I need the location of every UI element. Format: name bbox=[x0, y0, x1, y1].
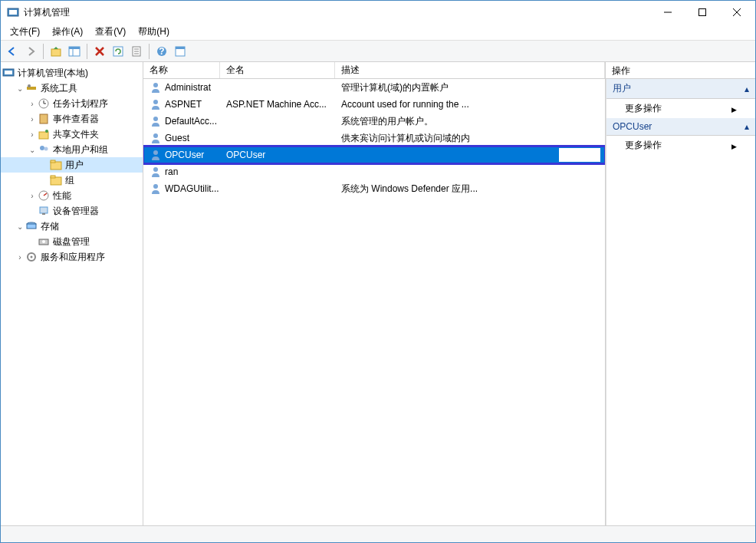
minimize-button[interactable] bbox=[650, 2, 685, 23]
tree-label: 共享文件夹 bbox=[53, 128, 99, 141]
chevron-right-icon[interactable]: › bbox=[27, 100, 38, 108]
user-row-ran[interactable]: ran bbox=[143, 163, 605, 180]
user-icon bbox=[150, 81, 162, 94]
collapse-icon[interactable] bbox=[744, 84, 749, 94]
forward-button[interactable] bbox=[22, 43, 39, 60]
title-bar: 计算机管理 bbox=[1, 1, 755, 24]
toolbar-separator bbox=[87, 44, 87, 59]
column-description[interactable]: 描述 bbox=[335, 62, 605, 78]
user-row-OPCUser[interactable]: OPCUserOPCUser bbox=[143, 146, 605, 163]
svg-rect-32 bbox=[51, 160, 55, 163]
tree-node-磁盘管理[interactable]: 磁盘管理 bbox=[1, 234, 143, 249]
cell-description: 系统为 Windows Defender 应用... bbox=[335, 183, 605, 196]
status-bar bbox=[1, 525, 755, 542]
action-item-更多操作[interactable]: 更多操作 bbox=[606, 99, 755, 118]
services-icon bbox=[25, 251, 38, 263]
tree-label: 本地用户和组 bbox=[53, 143, 108, 156]
chevron-right-icon[interactable]: › bbox=[27, 130, 38, 139]
tree-node-事件查看器[interactable]: ›事件查看器 bbox=[1, 111, 143, 127]
properties-button[interactable] bbox=[172, 43, 189, 60]
disk-icon bbox=[38, 235, 50, 248]
svg-point-29 bbox=[40, 146, 44, 150]
chevron-right-icon[interactable]: › bbox=[15, 253, 25, 262]
export-button[interactable] bbox=[128, 43, 145, 60]
menu-help[interactable]: 帮助(H) bbox=[132, 24, 176, 40]
delete-button[interactable] bbox=[91, 43, 108, 60]
device-icon bbox=[38, 205, 50, 217]
chevron-down-icon[interactable]: ⌄ bbox=[15, 222, 25, 231]
user-row-WDAGUtilit...[interactable]: WDAGUtilit...系统为 Windows Defender 应用... bbox=[143, 180, 605, 197]
action-group-用户[interactable]: 用户 bbox=[606, 79, 755, 99]
list-header: 名称 全名 描述 bbox=[143, 62, 605, 79]
svg-rect-3 bbox=[698, 9, 705, 16]
tree-node-设备管理器[interactable]: 设备管理器 bbox=[1, 203, 143, 219]
tools-icon bbox=[25, 82, 38, 94]
tree-node-用户[interactable]: 用户 bbox=[1, 157, 143, 173]
tree-label: 磁盘管理 bbox=[53, 235, 90, 248]
user-row-Guest[interactable]: Guest供来宾访问计算机或访问域的内 bbox=[143, 130, 605, 146]
chevron-down-icon[interactable]: ⌄ bbox=[15, 84, 25, 93]
cell-description: 系统管理的用户帐户。 bbox=[335, 115, 605, 128]
svg-point-50 bbox=[153, 167, 158, 172]
svg-rect-10 bbox=[113, 47, 123, 56]
action-group-OPCUser[interactable]: OPCUser bbox=[606, 118, 755, 136]
tree-node-组[interactable]: 组 bbox=[1, 173, 143, 188]
svg-point-22 bbox=[28, 84, 31, 87]
tree-node-本地用户和组[interactable]: ⌄本地用户和组 bbox=[1, 142, 143, 157]
tree-label: 事件查看器 bbox=[53, 113, 99, 126]
tree-label: 组 bbox=[65, 174, 74, 187]
column-name[interactable]: 名称 bbox=[143, 62, 220, 78]
svg-point-30 bbox=[44, 147, 48, 151]
action-item-更多操作[interactable]: 更多操作 bbox=[606, 136, 755, 155]
user-icon bbox=[150, 166, 162, 178]
storage-icon bbox=[25, 220, 38, 232]
cell-description: 管理计算机(域)的内置帐户 bbox=[335, 81, 605, 94]
collapse-icon[interactable] bbox=[744, 121, 749, 132]
column-fullname[interactable]: 全名 bbox=[220, 62, 335, 78]
chevron-right-icon[interactable]: › bbox=[27, 115, 38, 123]
tree-node-性能[interactable]: ›性能 bbox=[1, 188, 143, 203]
tree-root[interactable]: 计算机管理(本地) bbox=[1, 65, 143, 81]
submenu-arrow-icon bbox=[731, 104, 737, 114]
user-row-Administrat[interactable]: Administrat管理计算机(域)的内置帐户 bbox=[143, 79, 605, 96]
tree-node-共享文件夹[interactable]: ›共享文件夹 bbox=[1, 127, 143, 142]
svg-rect-1 bbox=[9, 10, 17, 15]
menu-view[interactable]: 查看(V) bbox=[89, 24, 132, 40]
svg-rect-18 bbox=[176, 47, 185, 49]
perf-icon bbox=[38, 189, 50, 202]
cell-name: WDAGUtilit... bbox=[143, 183, 220, 195]
folder-icon bbox=[50, 174, 62, 186]
svg-rect-20 bbox=[5, 71, 12, 74]
help-button[interactable]: ? bbox=[153, 43, 170, 60]
back-button[interactable] bbox=[4, 43, 21, 60]
svg-point-46 bbox=[153, 100, 158, 104]
cell-name: ASPNET bbox=[143, 98, 220, 110]
cell-name: OPCUser bbox=[143, 149, 220, 161]
tree-node-任务计划程序[interactable]: ›任务计划程序 bbox=[1, 96, 143, 111]
tree-node-存储[interactable]: ⌄存储 bbox=[1, 219, 143, 234]
svg-rect-40 bbox=[27, 224, 36, 229]
maximize-button[interactable] bbox=[685, 2, 719, 23]
close-button[interactable] bbox=[719, 2, 754, 23]
user-row-DefaultAcc...[interactable]: DefaultAcc...系统管理的用户帐户。 bbox=[143, 113, 605, 130]
user-row-ASPNET[interactable]: ASPNETASP.NET Machine Acc...Account used… bbox=[143, 96, 605, 113]
navigation-tree[interactable]: 计算机管理(本地) ⌄系统工具›任务计划程序›事件查看器›共享文件夹⌄本地用户和… bbox=[1, 62, 143, 525]
chevron-down-icon[interactable]: ⌄ bbox=[27, 146, 38, 154]
user-icon bbox=[150, 115, 162, 127]
toolbar-separator bbox=[149, 44, 150, 59]
user-icon bbox=[150, 149, 162, 161]
menu-file[interactable]: 文件(F) bbox=[4, 24, 46, 40]
toolbar-separator bbox=[43, 44, 44, 59]
user-list-pane: 名称 全名 描述 Administrat管理计算机(域)的内置帐户ASPNETA… bbox=[143, 62, 606, 525]
tree-node-系统工具[interactable]: ⌄系统工具 bbox=[1, 81, 143, 96]
refresh-button[interactable] bbox=[110, 43, 127, 60]
tree-node-服务和应用程序[interactable]: ›服务和应用程序 bbox=[1, 249, 143, 265]
menu-action[interactable]: 操作(A) bbox=[46, 24, 89, 40]
event-icon bbox=[38, 113, 50, 125]
chevron-right-icon[interactable]: › bbox=[27, 192, 38, 200]
svg-point-42 bbox=[42, 240, 45, 243]
cell-fullname: ASP.NET Machine Acc... bbox=[220, 99, 335, 110]
list-body[interactable]: Administrat管理计算机(域)的内置帐户ASPNETASP.NET Ma… bbox=[143, 79, 605, 525]
up-button[interactable] bbox=[48, 43, 64, 60]
show-hide-button[interactable] bbox=[66, 43, 83, 60]
